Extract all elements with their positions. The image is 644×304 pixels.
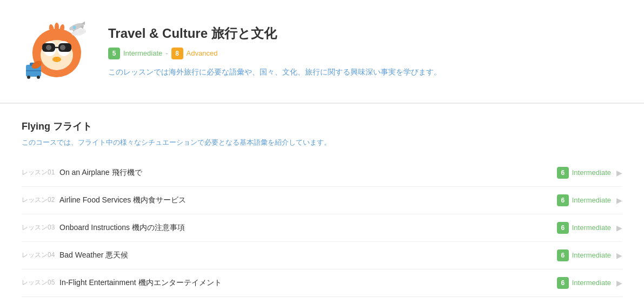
page-title: Travel & Culture 旅行と文化 [108,25,622,42]
header-section: Travel & Culture 旅行と文化 5 Intermediate - … [0,0,644,104]
lesson-badge-num: 6 [557,249,569,261]
lesson-list: レッスン01 On an Airplane 飛行機で 6 Intermediat… [22,159,622,297]
svg-point-11 [55,23,59,31]
mascot-image [22,16,92,86]
section-title: Flying フライト [22,120,622,133]
lesson-arrow-icon: ▶ [616,279,622,287]
lesson-title: Onboard Instructions 機内の注意事項 [59,223,557,233]
lesson-arrow-icon: ▶ [616,168,622,177]
lesson-number: レッスン02 [22,195,59,205]
lesson-number: レッスン03 [22,223,59,232]
badge-separator: - [165,49,168,57]
lesson-badge-num: 6 [557,194,569,206]
svg-point-7 [46,45,51,50]
lesson-badge-num: 6 [557,277,569,289]
lesson-badge-num: 6 [557,167,569,179]
svg-point-17 [37,76,40,79]
lesson-row[interactable]: レッスン04 Bad Weather 悪天候 6 Intermediate ▶ [22,242,622,269]
lesson-level-label: Intermediate [572,251,611,259]
lesson-number: レッスン04 [22,251,59,260]
lesson-badge-area: 6 Intermediate ▶ [557,167,622,179]
lesson-number: レッスン01 [22,168,59,177]
lesson-level-label: Intermediate [572,196,611,204]
lesson-title: On an Airplane 飛行機で [59,168,557,178]
lesson-badge-num: 6 [557,222,569,234]
svg-point-9 [52,57,61,62]
advanced-badge-label: Advanced [187,49,218,57]
lesson-title: In-Flight Entertainment 機内エンターテイメント [59,278,557,288]
lesson-badge-area: 6 Intermediate ▶ [557,222,622,234]
intermediate-badge-label: Intermediate [123,49,162,57]
advanced-badge-num: 8 [171,48,183,59]
section-description: このコースでは、フライト中の様々なシチュエーションで必要となる基本語彙を紹介して… [22,137,622,148]
header-description: このレッスンでは海外旅行に必要な語彙や、国々、文化、旅行に関する興味深い事実を学… [108,66,622,78]
svg-point-8 [60,45,65,50]
intermediate-badge-num: 5 [108,48,120,59]
lesson-title: Airline Food Services 機内食サービス [59,195,557,205]
svg-point-16 [27,76,30,79]
lesson-arrow-icon: ▶ [616,224,622,232]
lesson-level-label: Intermediate [572,168,611,177]
lesson-arrow-icon: ▶ [616,196,622,205]
lesson-badge-area: 6 Intermediate ▶ [557,249,622,261]
lesson-level-label: Intermediate [572,224,611,232]
lesson-title: Bad Weather 悪天候 [59,251,557,260]
lesson-row[interactable]: レッスン05 In-Flight Entertainment 機内エンターテイメ… [22,269,622,297]
lesson-row[interactable]: レッスン01 On an Airplane 飛行機で 6 Intermediat… [22,159,622,187]
lesson-level-label: Intermediate [572,279,611,287]
lesson-arrow-icon: ▶ [616,251,622,260]
lesson-badge-area: 6 Intermediate ▶ [557,194,622,206]
badge-container: 5 Intermediate - 8 Advanced [108,48,622,59]
main-section: Flying フライト このコースでは、フライト中の様々なシチュエーションで必要… [0,104,644,297]
svg-point-25 [78,29,86,34]
lesson-badge-area: 6 Intermediate ▶ [557,277,622,289]
svg-point-26 [71,31,78,36]
lesson-row[interactable]: レッスン03 Onboard Instructions 機内の注意事項 6 In… [22,214,622,242]
lesson-number: レッスン05 [22,278,59,287]
header-content: Travel & Culture 旅行と文化 5 Intermediate - … [108,25,622,78]
lesson-row[interactable]: レッスン02 Airline Food Services 機内食サービス 6 I… [22,187,622,214]
